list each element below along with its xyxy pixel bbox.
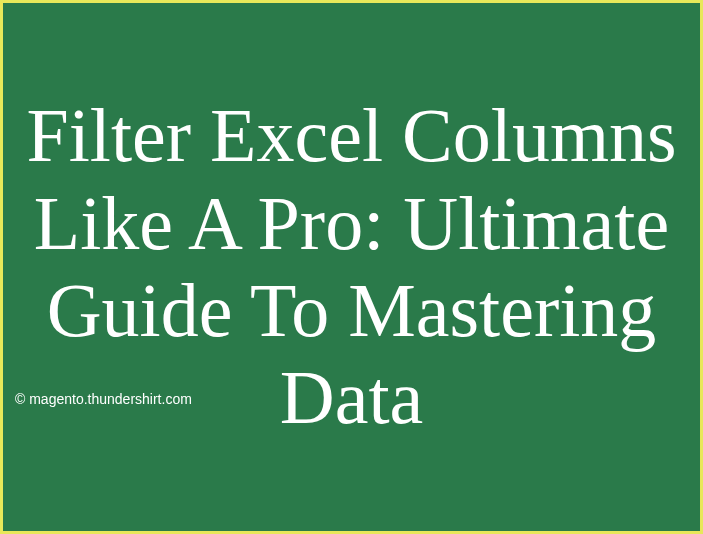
banner-title: Filter Excel Columns Like A Pro: Ultimat… xyxy=(3,92,700,442)
banner-container: Filter Excel Columns Like A Pro: Ultimat… xyxy=(0,0,703,534)
copyright-text: © magento.thundershirt.com xyxy=(15,391,192,407)
